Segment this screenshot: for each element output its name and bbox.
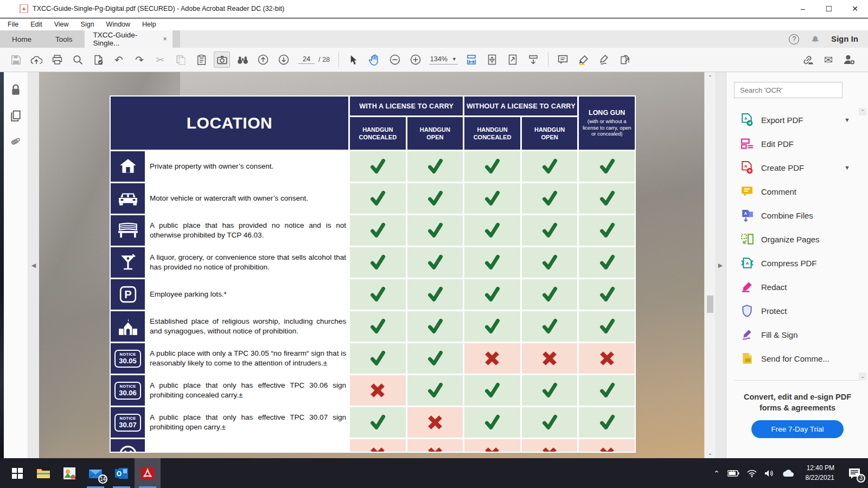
tool-send-comments[interactable]: Send for Comme... xyxy=(726,346,860,370)
right-panel-collapse[interactable]: ▶ xyxy=(715,72,726,458)
select-tool-icon[interactable] xyxy=(346,52,362,68)
house-cell xyxy=(111,151,145,182)
search-tools-input[interactable] xyxy=(734,82,843,98)
undo-icon[interactable]: ↶ xyxy=(111,52,127,68)
close-button[interactable]: ✕ xyxy=(842,0,868,18)
tool-fill-sign[interactable]: Fill & Sign xyxy=(726,323,860,346)
maximize-button[interactable]: ☐ xyxy=(816,0,842,18)
scrolling-mode-icon[interactable] xyxy=(525,52,541,68)
start-button[interactable] xyxy=(4,458,30,488)
allowed-cell xyxy=(579,311,635,342)
minimize-button[interactable]: – xyxy=(790,0,816,18)
previous-page-icon[interactable] xyxy=(255,52,271,68)
tool-create-pdf[interactable]: ACreate PDF▼ xyxy=(726,156,860,179)
tool-redact[interactable]: Redact xyxy=(726,275,860,299)
page-thumbnails-icon[interactable] xyxy=(10,110,22,122)
tab-home[interactable]: Home xyxy=(0,30,43,48)
comment-tool-icon[interactable] xyxy=(555,52,571,68)
highlight-tool-icon[interactable] xyxy=(576,52,592,68)
battery-icon[interactable] xyxy=(727,470,739,477)
group-header-long-gun: LONG GUN (with or without a license to c… xyxy=(579,97,635,150)
document-scrollbar[interactable]: ⌃ ⌄ xyxy=(704,72,715,458)
acrobat-app-icon[interactable] xyxy=(135,458,161,488)
tool-label: Export PDF xyxy=(761,115,803,125)
tab-tools[interactable]: Tools xyxy=(43,30,85,48)
search-icon[interactable] xyxy=(69,52,86,68)
outlook-app-icon[interactable]: O xyxy=(108,458,135,488)
copy-icon[interactable] xyxy=(173,52,189,68)
scroll-up-icon[interactable]: ⌃ xyxy=(705,74,716,80)
tools-scroll-up-icon[interactable]: ⌃ xyxy=(859,108,866,115)
onedrive-icon[interactable] xyxy=(782,470,794,477)
tools-scrollbar[interactable]: ⌃ ⌄ xyxy=(859,108,866,418)
tray-chevron-icon[interactable]: ⌃ xyxy=(713,469,720,478)
security-lock-icon[interactable] xyxy=(10,84,22,96)
notification-bell-icon[interactable]: 🔔︎ xyxy=(811,35,819,44)
menu-window[interactable]: Window xyxy=(106,21,130,28)
volume-icon[interactable] xyxy=(764,470,774,477)
zoom-out-icon[interactable] xyxy=(387,52,403,68)
photos-app-icon[interactable] xyxy=(56,458,82,488)
check-icon xyxy=(425,221,445,240)
tool-comment[interactable]: Comment xyxy=(726,179,860,203)
scrollbar-thumb[interactable] xyxy=(707,296,713,313)
hand-tool-icon[interactable] xyxy=(366,52,382,68)
tool-protect[interactable]: Protect xyxy=(726,299,860,323)
wifi-icon[interactable] xyxy=(747,470,757,477)
ocr-recognize-icon[interactable] xyxy=(90,52,106,68)
mail-app-icon[interactable]: 14 xyxy=(82,458,108,488)
allowed-cell xyxy=(579,183,635,214)
tab-document[interactable]: TXCC-Guide-Single... × xyxy=(85,30,173,48)
print-icon[interactable] xyxy=(49,52,65,68)
page-number-input[interactable]: 24 xyxy=(298,55,315,64)
email-icon[interactable]: ✉ xyxy=(820,52,837,68)
tools-scroll-down-icon[interactable]: ⌄ xyxy=(859,373,866,380)
free-trial-button[interactable]: Free 7-Day Trial xyxy=(751,420,844,438)
chevron-down-icon[interactable]: ▼ xyxy=(844,117,850,123)
actual-size-icon[interactable] xyxy=(505,52,521,68)
left-panel-collapse[interactable]: ◀ xyxy=(28,72,39,458)
share-cloud-icon[interactable] xyxy=(28,52,44,68)
save-icon[interactable] xyxy=(8,52,24,68)
share-link-icon[interactable] xyxy=(800,52,816,68)
sign-in-button[interactable]: Sign In xyxy=(831,35,858,43)
tab-document-label: TXCC-Guide-Single... xyxy=(93,31,159,47)
paste-icon[interactable] xyxy=(193,52,209,68)
file-explorer-icon[interactable] xyxy=(30,458,56,488)
tool-export-pdf[interactable]: AExport PDF▼ xyxy=(726,108,860,132)
find-binoculars-icon[interactable] xyxy=(234,52,251,68)
scroll-down-icon[interactable]: ⌄ xyxy=(705,450,716,456)
zoom-level-dropdown[interactable]: 134% ▼ xyxy=(429,55,458,65)
tool-combine-files[interactable]: ACombine Files xyxy=(726,203,860,227)
share-page-icon[interactable] xyxy=(617,52,633,68)
fill-sign-tool-icon[interactable] xyxy=(596,52,612,68)
tab-close-icon[interactable]: × xyxy=(163,35,167,43)
location-text: Established place of religious worship, … xyxy=(146,311,348,342)
allowed-cell xyxy=(407,279,463,310)
menu-edit[interactable]: Edit xyxy=(30,21,42,28)
cut-icon[interactable]: ✂ xyxy=(152,52,168,68)
invite-person-icon[interactable] xyxy=(841,52,857,68)
action-center-icon[interactable]: 3 xyxy=(846,465,863,481)
menu-sign[interactable]: Sign xyxy=(81,21,94,28)
tool-compress-pdf[interactable]: ACompress PDF xyxy=(726,251,860,275)
fit-width-icon[interactable] xyxy=(463,52,480,68)
clock[interactable]: 12:40 PM 8/22/2021 xyxy=(806,464,834,483)
menu-view[interactable]: View xyxy=(54,21,69,28)
circle-x-cell xyxy=(111,439,145,452)
snapshot-icon[interactable] xyxy=(214,52,230,68)
allowed-cell xyxy=(579,247,635,278)
fit-page-icon[interactable] xyxy=(484,52,500,68)
check-icon xyxy=(368,189,387,208)
chevron-down-icon[interactable]: ▼ xyxy=(844,164,850,171)
help-icon[interactable]: ? xyxy=(789,34,799,44)
tool-edit-pdf[interactable]: Edit PDF xyxy=(726,132,860,156)
redo-icon[interactable]: ↷ xyxy=(131,52,148,68)
next-page-icon[interactable] xyxy=(276,52,292,68)
allowed-cell xyxy=(464,279,520,310)
menu-file[interactable]: File xyxy=(8,21,18,28)
menu-help[interactable]: Help xyxy=(142,21,156,28)
zoom-in-icon[interactable] xyxy=(407,52,424,68)
tool-organize-pages[interactable]: Organize Pages xyxy=(726,227,860,251)
attachments-icon[interactable] xyxy=(10,136,22,148)
